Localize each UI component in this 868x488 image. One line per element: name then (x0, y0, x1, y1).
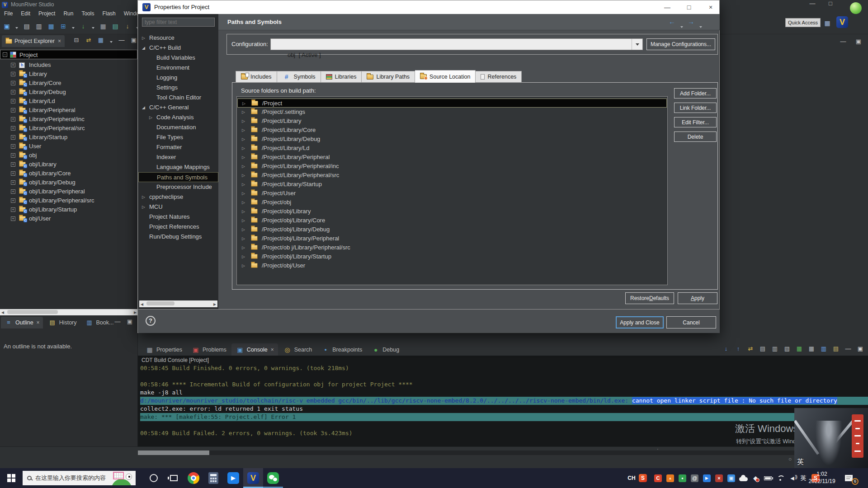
settings-item-build-variables[interactable]: Build Variables (138, 53, 218, 63)
apply-button[interactable]: Apply (678, 292, 717, 304)
corner-media-overlay[interactable]: 英 (794, 408, 868, 468)
explorer-hscrollbar[interactable]: ◂ ▸ (0, 309, 138, 315)
tree-item-library-core[interactable]: +Library/Core (0, 79, 137, 88)
expander-icon[interactable]: + (11, 180, 15, 185)
build-icon[interactable]: ▦ (99, 20, 108, 32)
expander-icon[interactable]: + (11, 162, 15, 167)
tree-item-user[interactable]: +User (0, 142, 137, 151)
dialog-minimize-button[interactable]: — (659, 0, 676, 14)
source-folder-row[interactable]: ▷/Project/Library/Peripheral/inc (237, 162, 667, 171)
tab-search[interactable]: ◎Search (279, 343, 316, 356)
tree-item-project-root[interactable]: − Project (0, 50, 137, 59)
dropdown-icon[interactable] (92, 27, 94, 30)
source-folder-row[interactable]: ▷/Project/Library/Debug (237, 135, 667, 144)
menu-file[interactable]: File (0, 9, 17, 18)
expander-icon[interactable]: + (11, 153, 15, 158)
source-folder-row[interactable]: ▷/Project/obj/Library/Core (237, 216, 667, 225)
restore-defaults-button[interactable]: Restore Defaults (625, 292, 674, 304)
source-folder-row[interactable]: ▷/Project/Library (237, 117, 667, 126)
scroll-right-icon[interactable]: ▸ (213, 301, 216, 307)
expander-icon[interactable]: ▷ (142, 202, 145, 212)
layers-icon[interactable]: ▤ (111, 20, 120, 32)
expander-icon[interactable]: ▷ (142, 33, 145, 43)
source-folder-row[interactable]: ▷/Project/obj/Library/Peripheral (237, 234, 667, 243)
taskbar-app-cortana-icon[interactable] (144, 468, 164, 488)
dialog-maximize-button[interactable]: □ (680, 0, 698, 14)
settings-item-environment[interactable]: Environment (138, 63, 218, 73)
settings-item-tool-chain-editor[interactable]: Tool Chain Editor (138, 93, 218, 103)
expander-icon[interactable]: ▷ (242, 216, 245, 225)
remove-launch-icon[interactable]: ▤ (832, 345, 840, 353)
expander-icon[interactable]: + (11, 126, 15, 131)
expander-icon[interactable]: + (11, 117, 15, 122)
tree-item-library-debug[interactable]: +Library/Debug (0, 88, 137, 97)
settings-item-language-mappings[interactable]: Language Mappings (138, 162, 218, 172)
expander-icon[interactable]: ◢ (142, 43, 145, 53)
tab-source-location[interactable]: Source Location (415, 70, 476, 83)
import-icon[interactable]: ↓ (79, 20, 88, 32)
settings-item-paths-and-symbols[interactable]: Paths and Symbols (138, 172, 218, 182)
tray-ccleaner-icon[interactable]: C (652, 468, 664, 488)
minimize-icon[interactable]: — (844, 345, 852, 353)
expander-icon[interactable]: ▷ (242, 261, 245, 270)
expander-icon[interactable]: + (11, 144, 15, 149)
expander-icon[interactable]: ▷ (242, 108, 245, 117)
tab-symbols[interactable]: #Symbols (277, 71, 321, 83)
settings-item-documentation[interactable]: Documentation (138, 122, 218, 132)
sync-status-icon[interactable]: ○ (788, 456, 792, 462)
tree-item-library-peripheral[interactable]: +Library/Peripheral (0, 106, 137, 115)
scroll-up-icon[interactable]: ↑ (734, 345, 742, 353)
expander-icon[interactable]: + (11, 81, 15, 85)
tab-properties[interactable]: ▦Properties (141, 343, 186, 356)
collapse-all-icon[interactable]: ⊟ (72, 36, 80, 44)
tree-item-includes[interactable]: +Includes (0, 61, 137, 70)
expander-icon[interactable]: ▷ (142, 192, 145, 202)
tray-language[interactable]: CH (626, 468, 637, 488)
scroll-lock-icon[interactable]: ▥ (771, 345, 779, 353)
source-folder-row[interactable]: ▷/Project/Library/Ld (237, 144, 667, 153)
close-icon[interactable]: × (271, 347, 274, 353)
close-icon[interactable]: × (37, 319, 40, 326)
expander-icon[interactable]: ▷ (149, 113, 152, 122)
new-wizard-icon[interactable]: ▣ (2, 20, 11, 32)
tab-breakpoints[interactable]: ●Breakpoints (317, 343, 366, 356)
settings-item-settings[interactable]: Settings (138, 83, 218, 93)
tree-item-library-peripheral-src[interactable]: +Library/Peripheral/src (0, 124, 137, 133)
manage-configurations-button[interactable]: Manage Configurations... (646, 38, 715, 50)
configuration-select[interactable]: obj [ Active ] (270, 38, 643, 50)
tab-project-explorer[interactable]: Project Explorer × (2, 35, 65, 47)
maximize-icon[interactable]: ▣ (856, 345, 864, 353)
display-console-icon[interactable]: ▦ (807, 345, 816, 353)
expander-icon[interactable]: ▷ (242, 234, 245, 243)
tree-item-library-startup[interactable]: +Library/Startup (0, 133, 137, 142)
expander-icon[interactable]: ▷ (242, 144, 245, 153)
tab-console[interactable]: ▣Console× (231, 343, 278, 356)
minimize-icon[interactable]: — (113, 318, 122, 326)
word-wrap-icon[interactable]: ▧ (783, 345, 791, 353)
expander-icon[interactable]: + (11, 99, 15, 103)
settings-item-c-c-general[interactable]: ◢C/C++ General (138, 103, 218, 113)
tray-volume-icon[interactable]: ◀ (786, 468, 798, 488)
tray-contacts-icon[interactable]: @ (689, 468, 701, 488)
button-delete[interactable]: Delete (674, 131, 717, 142)
start-button-icon[interactable] (7, 474, 15, 482)
dropdown-icon[interactable] (72, 27, 75, 30)
dialog-close-button[interactable]: × (702, 0, 719, 14)
help-icon[interactable]: ? (146, 316, 156, 326)
focus-view-icon[interactable]: ▦ (97, 36, 105, 44)
expander-icon[interactable]: + (11, 189, 15, 194)
source-folder-row[interactable]: ▷/Project/Library/Peripheral/src (237, 171, 667, 180)
scrollbar-thumb[interactable] (138, 450, 209, 455)
settings-item-formatter[interactable]: Formatter (138, 142, 218, 152)
tray-muted-speaker-icon[interactable]: × (713, 468, 725, 488)
taskbar-app-calculator-icon[interactable] (203, 468, 223, 488)
forward-history-icon[interactable] (699, 26, 702, 29)
forward-arrow-icon[interactable]: → (688, 18, 694, 25)
expander-icon[interactable]: + (11, 198, 15, 203)
tray-defender-icon[interactable]: ◆ (750, 468, 762, 488)
tray-wifi-icon[interactable] (774, 468, 786, 488)
taskbar-app-mounriver-icon[interactable] (243, 468, 263, 488)
tree-item-library-peripheral-inc[interactable]: +Library/Peripheral/inc (0, 115, 137, 124)
expander-icon[interactable]: + (11, 90, 15, 94)
tab-problems[interactable]: ▣Problems (187, 343, 231, 356)
